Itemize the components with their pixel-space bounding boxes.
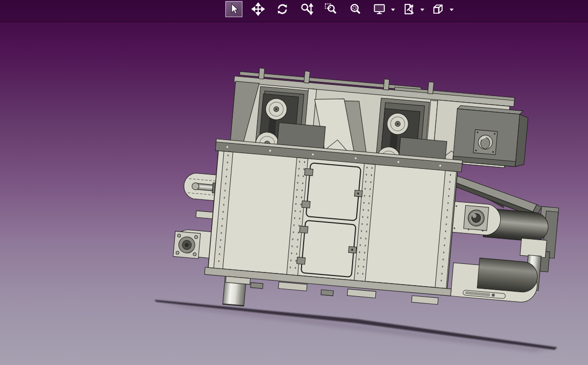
pan-tool-button[interactable] [250, 1, 267, 17]
pan-arrows-icon [252, 3, 265, 16]
view-toolbar [225, 0, 459, 18]
exhaust-box [453, 105, 528, 167]
right-roller-assembly-lower [451, 256, 539, 303]
main-cabinet [204, 139, 462, 306]
zoom-fit-icon [349, 3, 362, 16]
zoom-fit-tool-button[interactable] [347, 1, 364, 17]
3d-viewport[interactable] [0, 0, 588, 365]
zoom-tool-button[interactable] [298, 1, 315, 17]
quick-view-icon [402, 3, 415, 16]
machine-3d-model [0, 0, 588, 365]
isometric-cube-icon [431, 3, 445, 16]
cad-application-window: { "window": { "kind": "3D CAD viewer", "… [0, 0, 588, 365]
access-door-upper [301, 162, 365, 221]
rotate-arrows-icon [276, 3, 289, 16]
quick-view-button[interactable] [400, 1, 417, 17]
normal-view-dropdown-caret[interactable] [391, 9, 395, 11]
zoom-magnifier-icon [300, 3, 313, 16]
quick-view-dropdown-caret[interactable] [420, 9, 424, 11]
cursor-arrow-icon [227, 3, 240, 16]
normal-view-button[interactable] [371, 1, 388, 17]
ground-shadow [152, 299, 558, 352]
isometric-view-dropdown-caret[interactable] [450, 9, 454, 11]
isometric-view-button[interactable] [429, 1, 447, 17]
left-ledge [196, 211, 215, 219]
zoom-window-tool-button[interactable] [322, 1, 339, 17]
monitor-icon [373, 3, 386, 16]
zoom-window-icon [324, 3, 337, 16]
access-door-lower [296, 220, 359, 278]
select-tool-button[interactable] [225, 1, 242, 17]
rotate-tool-button[interactable] [274, 1, 291, 17]
